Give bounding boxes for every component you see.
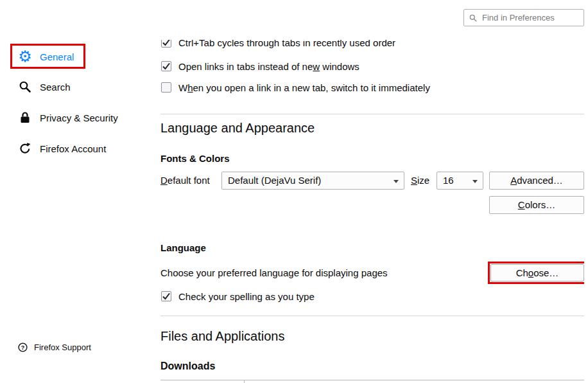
preferences-main-pane: Ctrl+Tab cycles through tabs in recently… [160, 40, 584, 383]
files-applications-heading: Files and Applications [160, 329, 284, 344]
default-font-select[interactable]: Default (DejaVu Serif) [221, 172, 404, 190]
language-description: Choose your preferred language for displ… [160, 264, 388, 281]
default-font-value: Default (DejaVu Serif) [228, 175, 321, 186]
advanced-button[interactable]: Advanced… [489, 172, 584, 190]
ctrl-tab-label: Ctrl+Tab cycles through tabs in recently… [178, 40, 395, 48]
sync-icon [18, 142, 32, 155]
sidebar-item-general[interactable]: ⚙ General [18, 46, 74, 67]
sidebar-item-label: Privacy & Security [40, 112, 118, 123]
sidebar-item-label: Firefox Account [40, 143, 106, 154]
sidebar-item-label: General [40, 51, 74, 62]
default-font-label: Default font [160, 172, 210, 190]
font-size-select[interactable]: 16 [437, 172, 483, 190]
firefox-support-link[interactable]: ? Firefox Support [18, 343, 91, 352]
spelling-label: Check your spelling as you type [178, 291, 315, 302]
sidebar-item-search[interactable]: Search [18, 76, 71, 97]
sidebar-item-privacy-security[interactable]: Privacy & Security [18, 107, 118, 128]
firefox-support-label: Firefox Support [34, 343, 91, 352]
font-size-value: 16 [443, 175, 454, 186]
fonts-colors-heading: Fonts & Colors [160, 153, 230, 164]
downloads-heading: Downloads [160, 361, 215, 372]
svg-text:?: ? [21, 344, 25, 351]
chevron-down-icon [393, 180, 399, 183]
search-icon [18, 80, 32, 93]
open-links-checkbox[interactable] [161, 61, 171, 71]
open-links-label: Open links in tabs instead of new window… [178, 61, 359, 72]
gear-icon: ⚙ [18, 49, 32, 64]
switch-immediately-checkbox[interactable] [161, 82, 171, 93]
checkbox-row-spelling: Check your spelling as you type [161, 290, 315, 303]
clipped-row-edge-tick [244, 380, 245, 383]
lock-icon [18, 111, 32, 124]
ctrl-tab-checkbox[interactable] [161, 40, 171, 48]
chevron-down-icon [472, 180, 478, 183]
font-size-label: Size [411, 172, 429, 190]
switch-immediately-label: When you open a link in a new tab, switc… [178, 82, 430, 93]
sidebar-item-firefox-account[interactable]: Firefox Account [18, 138, 106, 159]
checkbox-row-switch-immediately: When you open a link in a new tab, switc… [161, 81, 430, 94]
find-in-preferences-box[interactable] [463, 9, 584, 26]
checkbox-row-ctrl-tab: Ctrl+Tab cycles through tabs in recently… [161, 40, 395, 49]
colors-button[interactable]: Colors… [489, 196, 584, 214]
firefox-preferences-page: ⚙ General Search Privacy & Security Fire… [0, 0, 588, 383]
checkbox-row-open-links: Open links in tabs instead of new window… [161, 60, 359, 73]
language-heading: Language [160, 242, 206, 253]
spelling-checkbox[interactable] [161, 291, 171, 301]
find-in-preferences-input[interactable] [481, 12, 578, 23]
clipped-row-edge [160, 380, 584, 380]
language-appearance-heading: Language and Appearance [160, 121, 315, 136]
choose-button[interactable]: Choose… [490, 264, 584, 281]
search-icon [469, 14, 477, 22]
section-divider [160, 114, 584, 114]
section-divider [160, 316, 584, 316]
sidebar-item-label: Search [40, 82, 71, 93]
help-icon: ? [18, 343, 28, 352]
